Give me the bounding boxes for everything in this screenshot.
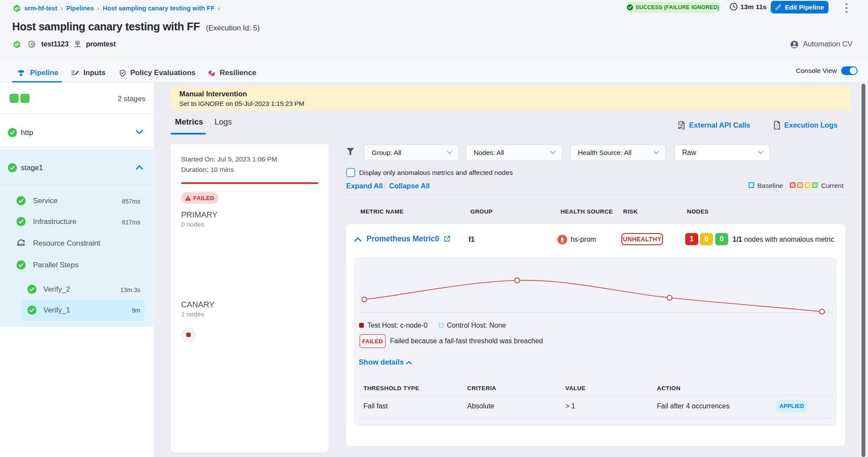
svg-text:API: API — [678, 126, 683, 129]
